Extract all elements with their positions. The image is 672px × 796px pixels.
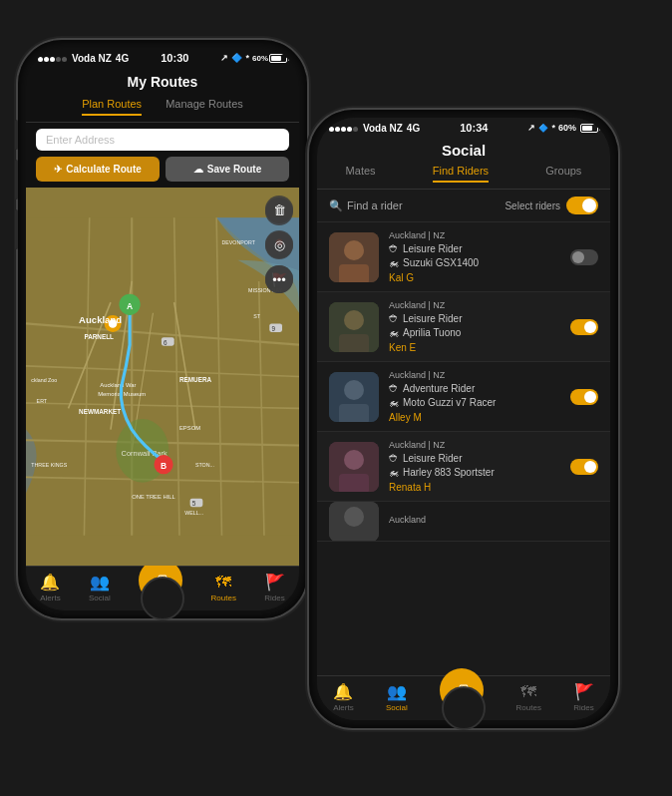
time-2: 10:34 bbox=[460, 122, 488, 134]
tab-mates[interactable]: Mates bbox=[346, 165, 376, 183]
bike-icon-1: 🏍 bbox=[389, 327, 399, 338]
select-riders-control[interactable]: Select riders bbox=[504, 197, 598, 214]
nav-routes-label: Routes bbox=[211, 594, 236, 602]
tab-groups[interactable]: Groups bbox=[545, 165, 581, 183]
rider-info-0: Auckland | NZ ⛑ Leisure Rider 🏍 Suzuki G… bbox=[389, 230, 560, 283]
rider-info-4: Auckland bbox=[389, 515, 598, 528]
helmet-icon-2: ⛑ bbox=[389, 383, 399, 394]
map-trash-button[interactable]: 🗑 bbox=[265, 196, 293, 223]
rider-avatar-3 bbox=[329, 442, 379, 492]
svg-text:A: A bbox=[127, 301, 133, 311]
svg-rect-53 bbox=[339, 334, 369, 352]
rider-info-3: Auckland | NZ ⛑ Leisure Rider 🏍 Harley 8… bbox=[389, 440, 560, 493]
routes-icon-2: 🗺 bbox=[520, 683, 536, 701]
bell-icon: 🔔 bbox=[40, 573, 60, 592]
nav-routes-2[interactable]: 🗺 Routes bbox=[516, 683, 541, 712]
nav-alerts-2[interactable]: 🔔 Alerts bbox=[333, 682, 353, 712]
rides-icon-2: 🚩 bbox=[574, 682, 594, 701]
nav-social-label-2: Social bbox=[386, 703, 408, 712]
cloud-icon: ☁ bbox=[193, 164, 203, 175]
rider-card-4[interactable]: Auckland bbox=[317, 502, 610, 542]
svg-point-55 bbox=[344, 380, 364, 400]
rider-card-0[interactable]: Auckland | NZ ⛑ Leisure Rider 🏍 Suzuki G… bbox=[317, 222, 610, 292]
social-tabs: Mates Find Riders Groups bbox=[317, 165, 610, 190]
status-icons-1: ↗ 🔷 * 60% bbox=[220, 53, 287, 63]
rider-list: Auckland | NZ ⛑ Leisure Rider 🏍 Suzuki G… bbox=[317, 222, 610, 675]
rider-card-2[interactable]: Auckland | NZ ⛑ Adventure Rider 🏍 Moto G… bbox=[317, 362, 610, 432]
screen-title-1: My Routes bbox=[26, 68, 299, 94]
svg-text:5: 5 bbox=[192, 500, 196, 507]
nav-rides-2[interactable]: 🚩 Rides bbox=[573, 682, 593, 712]
rider-bike-1: 🏍 Aprilia Tuono bbox=[389, 327, 560, 338]
svg-text:ST: ST bbox=[253, 313, 261, 319]
save-route-button[interactable]: ☁ Save Route bbox=[166, 157, 289, 182]
home-button-2[interactable] bbox=[442, 686, 486, 730]
rider-toggle-2[interactable] bbox=[570, 389, 598, 405]
tab-find-riders[interactable]: Find Riders bbox=[433, 165, 489, 183]
tab-manage-routes[interactable]: Manage Routes bbox=[166, 98, 243, 116]
bell-icon-2: 🔔 bbox=[333, 682, 353, 701]
bike-icon-2: 🏍 bbox=[389, 397, 399, 408]
nav-alerts-label: Alerts bbox=[40, 594, 60, 602]
nav-alerts-1[interactable]: 🔔 Alerts bbox=[40, 573, 60, 602]
helmet-icon-3: ⛑ bbox=[389, 453, 399, 464]
nav-social-2[interactable]: 👥 Social bbox=[386, 682, 408, 712]
rider-toggle-0[interactable] bbox=[570, 249, 598, 265]
helmet-icon-1: ⛑ bbox=[389, 313, 399, 324]
svg-text:ckland Zoo: ckland Zoo bbox=[31, 377, 57, 383]
svg-text:PARNELL: PARNELL bbox=[84, 333, 114, 340]
nav-routes-1[interactable]: 🗺 Routes bbox=[211, 574, 236, 602]
calculate-route-button[interactable]: ✈ Calculate Route bbox=[36, 157, 160, 182]
calculate-icon: ✈ bbox=[54, 164, 62, 175]
svg-rect-50 bbox=[339, 264, 369, 282]
svg-text:THREE KINGS: THREE KINGS bbox=[31, 462, 67, 468]
find-rider-row: 🔍 Find a rider Select riders bbox=[317, 190, 610, 222]
map-overlays: ✕ 📍 🚩 🗑 ◎ ••• bbox=[265, 198, 293, 293]
nav-rides-label: Rides bbox=[264, 594, 284, 602]
map-view[interactable]: Cornwall Park PARNELL Auckland War Memor… bbox=[26, 188, 299, 566]
svg-text:REMUERA: REMUERA bbox=[179, 376, 212, 383]
nav-rides-1[interactable]: 🚩 Rides bbox=[264, 573, 284, 602]
svg-text:B: B bbox=[161, 461, 167, 471]
helmet-icon-0: ⛑ bbox=[389, 243, 399, 254]
svg-text:STON...: STON... bbox=[195, 462, 214, 468]
rider-name-2: Alley M bbox=[389, 412, 560, 423]
rider-card-3[interactable]: Auckland | NZ ⛑ Leisure Rider 🏍 Harley 8… bbox=[317, 432, 610, 502]
map-location-button[interactable]: ◎ bbox=[265, 230, 293, 258]
rider-toggle-1[interactable] bbox=[570, 319, 598, 335]
map-more-button[interactable]: ••• bbox=[265, 265, 293, 293]
rides-icon: 🚩 bbox=[265, 573, 285, 592]
rider-card-1[interactable]: Auckland | NZ ⛑ Leisure Rider 🏍 Aprilia … bbox=[317, 292, 610, 362]
status-bar-2: Voda NZ 4G 10:34 ↗ 🔷 * 60% bbox=[317, 118, 610, 138]
rider-type-0: ⛑ Leisure Rider bbox=[389, 243, 560, 254]
rider-name-1: Ken E bbox=[389, 342, 560, 353]
rider-avatar-2 bbox=[329, 372, 379, 422]
social-icon: 👥 bbox=[90, 573, 110, 592]
svg-point-52 bbox=[344, 310, 364, 330]
tab-plan-routes[interactable]: Plan Routes bbox=[82, 98, 142, 116]
svg-text:6: 6 bbox=[164, 339, 168, 346]
social-icon-2: 👥 bbox=[387, 682, 407, 701]
address-placeholder: Enter Address bbox=[46, 134, 115, 146]
home-button-1[interactable] bbox=[141, 577, 184, 620]
network-1: 4G bbox=[116, 53, 129, 64]
nav-social-label: Social bbox=[89, 594, 111, 602]
rider-info-1: Auckland | NZ ⛑ Leisure Rider 🏍 Aprilia … bbox=[389, 300, 560, 353]
rider-type-1: ⛑ Leisure Rider bbox=[389, 313, 560, 324]
carrier-1: Voda NZ bbox=[72, 53, 112, 64]
svg-point-61 bbox=[344, 507, 364, 527]
svg-text:Auckland: Auckland bbox=[79, 314, 122, 325]
nav-routes-label-2: Routes bbox=[516, 703, 541, 712]
rider-toggle-3[interactable] bbox=[570, 459, 598, 475]
routes-icon: 🗺 bbox=[215, 574, 231, 592]
svg-rect-56 bbox=[339, 404, 369, 422]
rider-location-2: Auckland | NZ bbox=[389, 370, 560, 380]
action-buttons: ✈ Calculate Route ☁ Save Route bbox=[36, 157, 289, 182]
carrier-2: Voda NZ bbox=[363, 123, 403, 134]
rider-location-3: Auckland | NZ bbox=[389, 440, 560, 450]
rider-name-3: Renata H bbox=[389, 482, 560, 493]
select-riders-toggle[interactable] bbox=[566, 197, 598, 214]
nav-social-1[interactable]: 👥 Social bbox=[89, 573, 111, 602]
network-2: 4G bbox=[407, 123, 420, 134]
address-input[interactable]: Enter Address bbox=[36, 129, 289, 151]
